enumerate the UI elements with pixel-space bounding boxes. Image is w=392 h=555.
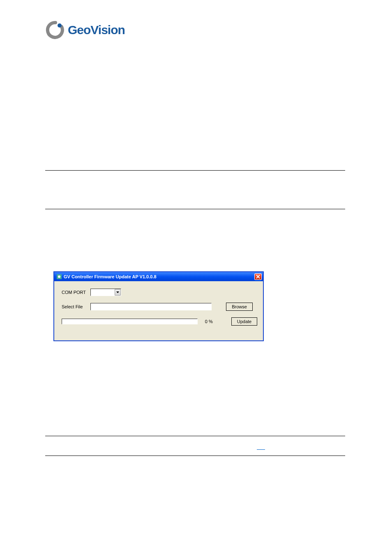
select-file-input[interactable] — [90, 303, 212, 310]
progress-row: 0 % Update — [62, 317, 257, 326]
title-bar-left: GV Controller Firmware Update AP V1.0.0.… — [56, 274, 157, 280]
select-file-label: Select File — [62, 304, 90, 309]
geovision-logo-icon — [45, 21, 66, 39]
divider — [45, 170, 345, 171]
title-bar: GV Controller Firmware Update AP V1.0.0.… — [54, 272, 263, 281]
dialog-title: GV Controller Firmware Update AP V1.0.0.… — [64, 274, 157, 279]
divider — [45, 209, 345, 209]
app-icon — [56, 274, 62, 280]
update-button[interactable]: Update — [231, 317, 257, 326]
link-accent — [257, 449, 265, 450]
logo-text: GeoVision — [68, 23, 125, 37]
progress-bar — [62, 319, 198, 324]
com-port-row: COM PORT — [62, 289, 257, 296]
chevron-down-icon — [115, 289, 121, 296]
logo-container: GeoVision — [45, 21, 125, 39]
svg-point-0 — [58, 23, 62, 28]
select-file-row: Select File Browse — [62, 303, 257, 311]
close-icon — [256, 275, 260, 279]
browse-button[interactable]: Browse — [226, 303, 253, 311]
dialog-body: COM PORT Select File Browse 0 % Update — [54, 281, 263, 330]
svg-marker-5 — [116, 291, 119, 293]
divider — [45, 456, 345, 456]
close-button[interactable] — [254, 273, 262, 280]
com-port-label: COM PORT — [62, 290, 90, 295]
svg-point-2 — [58, 275, 60, 278]
com-port-select[interactable] — [90, 289, 121, 296]
firmware-update-dialog: GV Controller Firmware Update AP V1.0.0.… — [53, 271, 264, 341]
divider — [45, 436, 345, 436]
progress-percent: 0 % — [205, 319, 217, 324]
